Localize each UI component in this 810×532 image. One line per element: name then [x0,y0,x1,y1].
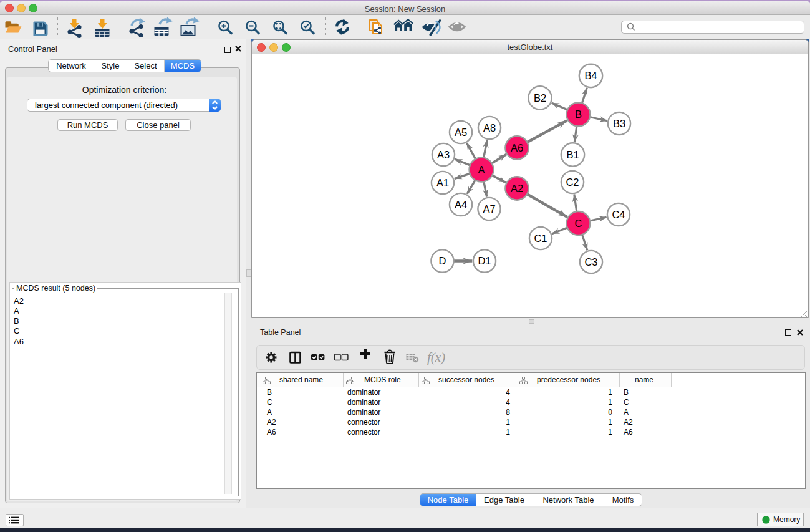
svg-text:C3: C3 [584,256,597,268]
svg-text:A8: A8 [483,122,496,133]
svg-text:B4: B4 [584,70,597,81]
svg-text:C4: C4 [612,209,625,220]
svg-text:D: D [439,255,446,266]
svg-text:C2: C2 [566,177,579,188]
svg-text:B2: B2 [534,92,546,104]
svg-text:f(x): f(x) [427,350,445,365]
svg-text:B3: B3 [613,118,625,129]
svg-text:A3: A3 [437,149,450,160]
svg-text:B: B [575,109,582,120]
svg-text:A: A [478,164,485,175]
svg-text:A4: A4 [455,199,467,210]
svg-text:D1: D1 [478,255,491,266]
svg-text:C1: C1 [534,233,547,244]
svg-text:A2: A2 [511,183,523,194]
svg-text:C: C [575,218,582,229]
svg-text:A1: A1 [436,177,449,188]
svg-text:A6: A6 [511,142,523,153]
svg-text:A5: A5 [455,127,467,138]
svg-text:B1: B1 [566,149,579,160]
svg-text:A7: A7 [483,203,495,215]
